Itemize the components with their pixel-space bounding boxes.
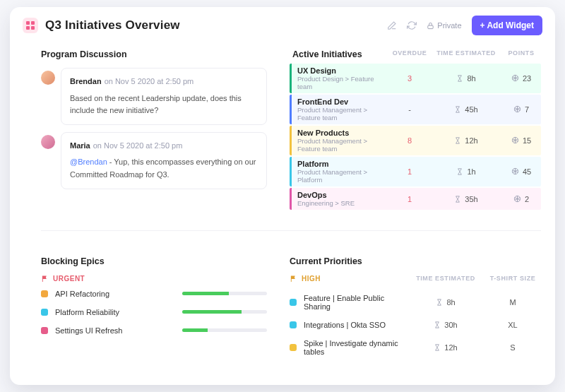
dashboard-icon — [23, 18, 38, 33]
privacy-indicator[interactable]: Private — [427, 21, 461, 30]
message-bubble: Mariaon Nov 5 2020 at 2:50 pm@Brendan - … — [61, 132, 267, 189]
header: Q3 Initiatives Overview Private + Add Wi… — [10, 7, 555, 40]
discussion-message[interactable]: Brendanon Nov 5 2020 at 2:50 pmBased on … — [41, 68, 267, 125]
col-tshirt-size: T-SHIRT SIZE — [484, 275, 541, 290]
flag-icon — [290, 275, 297, 283]
time-estimated: 35h — [431, 195, 501, 203]
time-estimated: 8h — [407, 298, 484, 307]
priority-flag-urgent: URGENT — [41, 275, 267, 283]
tshirt-size: S — [484, 343, 541, 352]
time-estimated: 1h — [431, 167, 501, 176]
initiative-path: Product Design > Feature team — [297, 75, 388, 90]
initiative-name: Platform — [297, 160, 388, 168]
col-overdue: OVERDUE — [388, 49, 431, 59]
progress-bar — [182, 292, 267, 295]
initiative-row[interactable]: PlatformProduct Management > Platform 1 … — [290, 157, 541, 186]
epic-row[interactable]: Platform Reliability — [41, 308, 267, 316]
active-initiatives-panel: Active Initiatives OVERDUE TIME ESTIMATE… — [282, 40, 555, 230]
author: Brendan — [70, 77, 102, 85]
discussion-message[interactable]: Mariaon Nov 5 2020 at 2:50 pm@Brendan - … — [41, 132, 267, 189]
flag-icon — [41, 275, 49, 283]
overdue-count: - — [388, 105, 431, 114]
initiative-row[interactable]: New ProductsProduct Management > Feature… — [290, 126, 541, 155]
overdue-count: 1 — [388, 195, 431, 203]
divider — [41, 230, 541, 231]
panel-title: Program Discussion — [41, 49, 267, 59]
privacy-label: Private — [437, 21, 461, 30]
tshirt-size: M — [484, 298, 541, 307]
priority-row[interactable]: Spike | Investigate dynamic tables 12h S — [290, 339, 541, 356]
epic-name: API Refactoring — [55, 290, 175, 298]
color-swatch — [41, 290, 48, 297]
initiative-name: New Products — [297, 129, 388, 137]
timestamp: on Nov 5 2020 at 2:50 pm — [105, 77, 194, 85]
initiative-name: DevOps — [297, 191, 388, 199]
col-points: POINTS — [501, 49, 541, 59]
priority-row[interactable]: Integrations | Okta SSO 30h XL — [290, 321, 541, 329]
color-swatch — [41, 327, 48, 334]
refresh-icon[interactable] — [407, 20, 417, 30]
message-bubble: Brendanon Nov 5 2020 at 2:50 pmBased on … — [61, 68, 267, 125]
priority-flag-high: HIGH — [290, 275, 407, 283]
col-time-estimated: TIME ESTIMATED — [407, 275, 484, 290]
epic-name: Platform Reliability — [55, 308, 175, 316]
mention[interactable]: @Brendan — [70, 158, 107, 166]
initiative-path: Engineering > SRE — [297, 199, 388, 207]
dashboard-card: Q3 Initiatives Overview Private + Add Wi… — [10, 7, 555, 385]
panel-title: Blocking Epics — [41, 256, 267, 266]
page-title: Q3 Initiatives Overview — [45, 18, 180, 32]
message-body: Based on the recent Leadership update, d… — [70, 93, 258, 117]
priority-name: Feature | Enable Public Sharing — [304, 294, 407, 311]
tshirt-size: XL — [484, 321, 541, 329]
author: Maria — [70, 141, 90, 150]
time-estimated: 12h — [407, 343, 484, 352]
points: 7 — [501, 105, 541, 114]
message-body: @Brendan - Yup, this encompasses everyth… — [70, 156, 258, 181]
points: 23 — [501, 74, 541, 83]
add-widget-button[interactable]: + Add Widget — [472, 16, 542, 35]
svg-rect-4 — [428, 25, 433, 29]
initiative-path: Product Management > Feature team — [297, 106, 388, 121]
flag-label: URGENT — [53, 275, 85, 283]
avatar — [41, 135, 55, 149]
panel-title: Current Priorities — [290, 256, 541, 266]
table-header: Active Initiatives OVERDUE TIME ESTIMATE… — [290, 49, 541, 64]
flag-label: HIGH — [302, 275, 321, 283]
initiative-row[interactable]: DevOpsEngineering > SRE 1 35h 2 — [290, 188, 541, 210]
time-estimated: 30h — [407, 321, 484, 329]
timestamp: on Nov 5 2020 at 2:50 pm — [93, 141, 183, 150]
blocking-epics-panel: Blocking Epics URGENT API Refactoring Pl… — [10, 247, 282, 385]
points: 2 — [501, 195, 541, 203]
epic-row[interactable]: Settings UI Refresh — [41, 326, 267, 335]
priority-name: Integrations | Okta SSO — [304, 321, 407, 329]
current-priorities-panel: Current Priorities HIGH TIME ESTIMATED T… — [282, 247, 555, 385]
points: 45 — [501, 167, 541, 176]
initiative-row[interactable]: FrontEnd DevProduct Management > Feature… — [290, 95, 541, 124]
initiative-path: Product Management > Feature team — [297, 137, 388, 153]
col-time-estimated: TIME ESTIMATED — [431, 49, 501, 59]
color-swatch — [41, 309, 48, 316]
epic-name: Settings UI Refresh — [55, 326, 175, 335]
color-swatch — [290, 344, 297, 351]
table-header: HIGH TIME ESTIMATED T-SHIRT SIZE — [290, 275, 541, 294]
edit-icon[interactable] — [387, 20, 397, 30]
overdue-count: 3 — [388, 74, 431, 83]
initiative-row[interactable]: UX DesignProduct Design > Feature team 3… — [290, 64, 541, 93]
program-discussion-panel: Program Discussion Brendanon Nov 5 2020 … — [10, 40, 282, 230]
svg-rect-1 — [31, 21, 35, 25]
progress-bar — [182, 310, 267, 314]
panel-title: Active Initiatives — [292, 49, 362, 59]
time-estimated: 45h — [431, 105, 501, 114]
initiative-name: UX Design — [297, 66, 388, 75]
priority-row[interactable]: Feature | Enable Public Sharing 8h M — [290, 294, 541, 311]
lock-icon — [427, 22, 434, 30]
time-estimated: 12h — [431, 136, 501, 145]
progress-bar — [182, 328, 267, 332]
color-swatch — [290, 321, 297, 328]
svg-rect-0 — [26, 21, 30, 25]
priority-name: Spike | Investigate dynamic tables — [304, 339, 407, 356]
time-estimated: 8h — [431, 74, 501, 83]
svg-rect-3 — [31, 26, 35, 30]
epic-row[interactable]: API Refactoring — [41, 290, 267, 298]
overdue-count: 1 — [388, 167, 431, 176]
